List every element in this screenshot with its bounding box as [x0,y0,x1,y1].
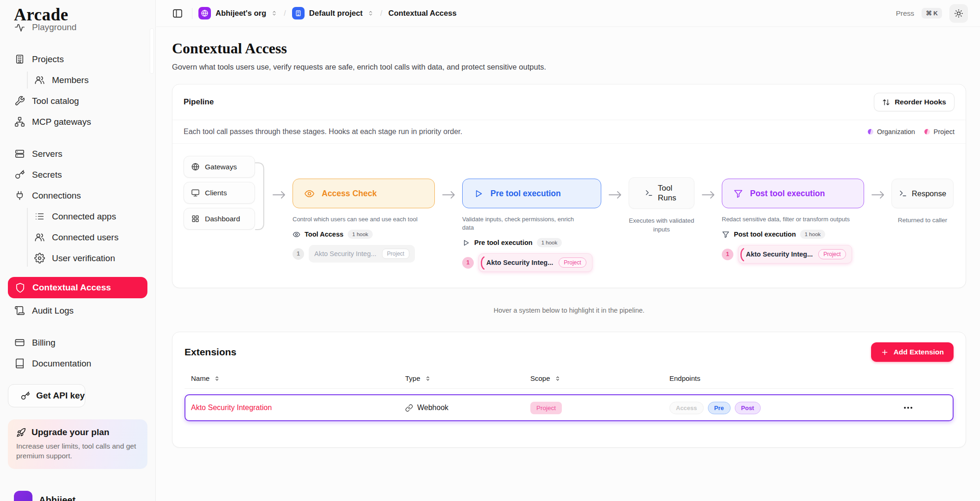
users-icon [34,232,45,243]
sidebar-scrollbar[interactable] [150,29,153,73]
hook-bracket-icon [740,248,745,262]
sidebar-item-secrets[interactable]: Secrets [0,164,155,185]
pre-hook-group[interactable]: Pre tool execution 1 hook [462,238,601,247]
extensions-card: Extensions Add Extension Name Type Scope… [172,332,966,448]
upgrade-plan-card[interactable]: Upgrade your plan Increase user limits, … [8,419,147,469]
stage-response: Response Returned to caller [891,179,954,225]
sidebar-item-projects[interactable]: Projects [0,49,155,70]
row-actions-ellipsis-icon[interactable] [904,407,912,409]
sidebar-item-connected-users[interactable]: Connected users [0,227,155,248]
sidebar-item-contextual-access[interactable]: Contextual Access [8,277,147,298]
arrow-right-icon [441,189,456,200]
reorder-hooks-button[interactable]: Reorder Hooks [874,93,955,111]
stage-description: Executes with validated inputs [629,217,694,234]
access-check-box[interactable]: Access Check [293,179,435,208]
stage-label: Access Check [322,189,377,199]
pipeline-diagram: Gateways Clients Dashboard [172,144,966,288]
sidebar-item-label: Billing [32,338,56,348]
panel-left-icon [172,8,183,19]
get-api-key-button[interactable]: Get API key [8,384,85,407]
sidebar-item-members[interactable]: Members [0,70,155,90]
add-extension-button[interactable]: Add Extension [871,342,954,362]
sidebar: Arcade Playground Projects Members Tool … [0,0,156,501]
link-icon [405,404,413,412]
upgrade-description: Increase user limits, tool calls and get… [16,442,139,461]
sidebar-item-tool-catalog[interactable]: Tool catalog [0,90,155,111]
source-gateways[interactable]: Gateways [184,156,255,178]
key-icon [20,391,30,401]
hook-group-label: Pre tool execution [474,239,533,246]
breadcrumb-org[interactable]: Abhijeet's org [198,7,278,19]
endpoint-pre-badge: Pre [708,402,731,414]
hook-pill-akto[interactable]: Akto Security Integ... Project [478,253,592,272]
globe-icon [201,9,209,17]
table-row[interactable]: Akto Security Integration Webhook Projec… [185,394,954,421]
main-area: Abhijeet's org / Default project / Conte… [156,0,980,501]
sidebar-item-user-verification[interactable]: User verification [0,248,155,269]
sort-icon[interactable] [554,375,561,382]
building-icon [14,54,25,64]
sidebar-item-audit-logs[interactable]: Audit Logs [0,300,155,321]
globe-icon [191,162,200,171]
hook-count-badge: 1 hook [800,230,826,239]
tool-runs-box[interactable]: Tool Runs [629,177,694,209]
hook-count-badge: 1 hook [348,230,373,239]
hover-hint: Hover a system below to highlight it in … [172,307,966,314]
stage-label: Pre tool execution [490,189,561,199]
sidebar-item-playground[interactable]: Playground [0,24,155,38]
terminal-icon [899,189,907,198]
rocket-icon [16,428,26,437]
source-clients[interactable]: Clients [184,182,255,204]
hook-pill-akto[interactable]: Akto Security Integ... Project [309,245,415,263]
post-hook-group[interactable]: Post tool execution 1 hook [722,230,864,239]
stage-label: Tool Runs [658,183,678,203]
stage-post-tool-execution: Post tool execution Redact sensitive dat… [722,179,864,263]
sort-icon[interactable] [214,375,220,382]
post-tool-execution-box[interactable]: Post tool execution [722,179,864,208]
stage-description: Redact sensitive data, filter or transfo… [722,215,862,224]
org-name: Abhijeet's org [216,9,266,18]
sidebar-item-label: Connected apps [52,212,116,222]
theme-toggle-button[interactable] [949,4,968,23]
extensions-title: Extensions [185,347,236,358]
sidebar-item-billing[interactable]: Billing [0,332,155,353]
scroll-icon [14,305,25,316]
hook-pill-akto[interactable]: Akto Security Integ... Project [738,245,852,263]
column-scope: Scope [530,374,550,382]
pipeline-description: Each tool call passes through these stag… [184,128,462,136]
hook-priority-badge: 1 [462,257,474,269]
hook-scope-badge: Project [818,249,846,259]
hook-count-badge: 1 hook [537,238,562,247]
hook-scope-badge: Project [382,249,409,259]
endpoint-access-badge: Access [669,402,704,414]
sidebar-nav: Playground Projects Members Tool catalog… [0,24,155,374]
sidebar-item-documentation[interactable]: Documentation [0,353,155,374]
sidebar-item-label: Documentation [32,359,91,369]
scope-legend: Organization Project [868,128,955,135]
breadcrumb-project[interactable]: Default project [292,7,375,19]
user-profile[interactable]: Abhijeet [14,491,76,501]
sidebar-item-connections[interactable]: Connections [0,185,155,206]
extension-name[interactable]: Akto Security Integration [191,404,405,412]
press-label: Press [896,9,914,18]
plus-icon [881,348,889,356]
hook-priority-badge: 1 [722,249,733,260]
sidebar-item-servers[interactable]: Servers [0,143,155,164]
sidebar-item-connected-apps[interactable]: Connected apps [0,206,155,227]
source-dashboard[interactable]: Dashboard [184,208,255,230]
hook-row: 1 Akto Security Integ... Project [462,253,601,272]
user-name: Abhijeet [39,495,76,501]
hook-bracket-icon [480,256,485,270]
sort-icon[interactable] [425,375,431,382]
eye-icon [304,188,315,199]
pipeline-title: Pipeline [184,97,214,107]
pre-tool-execution-box[interactable]: Pre tool execution [462,179,601,208]
sidebar-toggle-button[interactable] [169,5,186,22]
stage-label: Post tool execution [750,189,825,199]
plug-icon [14,190,25,201]
response-box[interactable]: Response [891,179,954,208]
sidebar-item-mcp-gateways[interactable]: MCP gateways [0,111,155,132]
tool-access-hook-group[interactable]: Tool Access 1 hook [293,230,435,239]
grid-icon [191,214,200,223]
breadcrumb-page: Contextual Access [388,9,457,18]
